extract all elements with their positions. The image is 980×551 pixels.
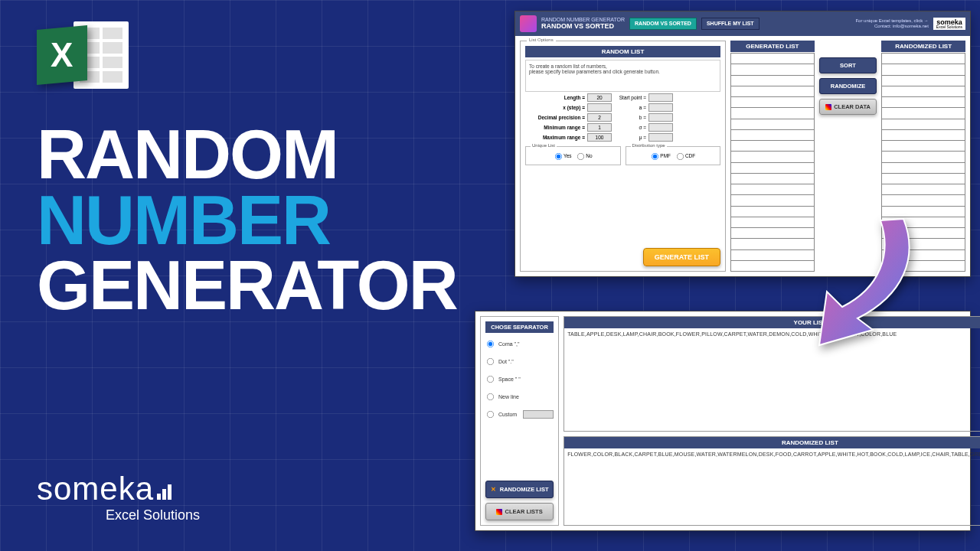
middle-actions: SORT RANDOMIZE CLEAR DATA: [819, 41, 877, 272]
sep-coma[interactable]: Coma ",": [485, 339, 554, 349]
generated-list-rows[interactable]: [730, 53, 815, 272]
generated-list-header: GENERATED LIST: [730, 41, 815, 52]
promo-title: RANDOM NUMBER GENERATOR: [37, 122, 457, 319]
brush-icon: [496, 509, 502, 515]
start-input[interactable]: [648, 93, 673, 102]
random-vs-sorted-app: RANDOM NUMBER GENERATOR RANDOM VS SORTED…: [514, 11, 971, 277]
dice-icon: [520, 15, 537, 32]
list-options-panel: List Options RANDOM LIST To create a ran…: [520, 41, 726, 272]
separator-panel: CHOSE SEPARATOR Coma "," Dot "." Space "…: [480, 316, 559, 526]
someka-logo: someka Excel Solutions: [37, 471, 200, 523]
length-input[interactable]: 20: [587, 93, 612, 102]
sep-space[interactable]: Space " ": [485, 374, 554, 384]
mu-label: μ =: [614, 135, 646, 140]
a-input[interactable]: [648, 103, 673, 112]
b-input[interactable]: [648, 113, 673, 122]
header-big: RANDOM VS SORTED: [541, 23, 625, 31]
your-list-title: YOUR LIST: [564, 317, 980, 328]
brush-icon: [825, 104, 831, 110]
your-list-content[interactable]: TABLE,APPLE,DESK,LAMP,CHAIR,BOOK,FLOWER,…: [564, 328, 980, 390]
unique-yes[interactable]: Yes: [554, 153, 572, 158]
a-label: a =: [614, 105, 646, 110]
header-contact: Contact: info@someka.net: [855, 24, 928, 29]
rand-list-content[interactable]: FLOWER,COLOR,BLACK,CARPET,BLUE,MOUSE,WAT…: [564, 448, 980, 510]
start-label: Start point =: [614, 95, 646, 100]
maxrange-label: Maximum range =: [525, 135, 585, 140]
sep-custom[interactable]: Custom: [485, 409, 554, 419]
bars-icon: [157, 483, 174, 500]
length-label: Length =: [525, 95, 585, 100]
unique-no[interactable]: No: [576, 153, 592, 158]
custom-sep-input[interactable]: [523, 410, 554, 419]
xstep-input[interactable]: [587, 103, 612, 112]
random-list-header: RANDOM LIST: [525, 46, 720, 57]
header-link-text: For unique Excel templates, click →: [855, 18, 928, 24]
unique-list-panel: Unique List Yes No: [525, 146, 621, 165]
description-box: To create a random list of numbers, plea…: [525, 60, 720, 92]
title-line-2: NUMBER: [37, 188, 457, 254]
shuffle-icon: ✕: [491, 486, 496, 493]
xstep-label: x (step) =: [525, 105, 585, 110]
decimal-label: Decimal precision =: [525, 115, 585, 120]
title-line-3: GENERATOR: [37, 253, 457, 319]
clear-lists-button[interactable]: CLEAR LISTS: [485, 503, 554, 520]
sigma-input[interactable]: [648, 123, 673, 132]
nav-shuffle-list[interactable]: SHUFFLE MY LIST: [701, 18, 760, 29]
generate-list-button[interactable]: GENERATE LIST: [643, 248, 720, 266]
randomized-list-rows[interactable]: [881, 53, 965, 272]
randomize-button[interactable]: RANDOMIZE: [819, 78, 877, 94]
dist-cdf[interactable]: CDF: [675, 153, 695, 158]
randomize-list-button[interactable]: ✕ RANDOMIZE LIST: [485, 481, 554, 498]
distribution-panel: Distribution type PMF CDF: [626, 146, 721, 165]
randomized-list-header: RANDOMIZED LIST: [881, 41, 965, 52]
separator-title: CHOSE SEPARATOR: [485, 321, 554, 333]
nav-random-sorted[interactable]: RANDOM VS SORTED: [629, 18, 697, 29]
someka-sub: Excel Solutions: [106, 507, 200, 523]
randomized-list-box: RANDOMIZED LIST FLOWER,COLOR,BLACK,CARPE…: [564, 436, 980, 526]
title-line-1: RANDOM: [37, 122, 457, 188]
your-list-box: YOUR LIST TABLE,APPLE,DESK,LAMP,CHAIR,BO…: [564, 316, 980, 432]
list-options-legend: List Options: [527, 37, 556, 42]
sigma-label: σ =: [614, 125, 646, 130]
excel-x: X: [51, 36, 73, 74]
clear-data-button[interactable]: CLEAR DATA: [819, 99, 877, 115]
mu-input[interactable]: [648, 133, 673, 142]
sep-dot[interactable]: Dot ".": [485, 357, 554, 367]
generated-list-column: GENERATED LIST: [730, 41, 815, 272]
dist-pmf[interactable]: PMF: [650, 153, 671, 158]
shuffle-list-app: CHOSE SEPARATOR Coma "," Dot "." Space "…: [475, 311, 971, 531]
app-header: RANDOM NUMBER GENERATOR RANDOM VS SORTED…: [515, 11, 970, 36]
someka-header-tag[interactable]: someka Excel Solutions: [933, 18, 965, 31]
minrange-label: Minimum range =: [525, 125, 585, 130]
sep-newline[interactable]: New line: [485, 392, 554, 402]
someka-brand: someka: [37, 471, 154, 507]
minrange-input[interactable]: 1: [587, 123, 612, 132]
maxrange-input[interactable]: 100: [587, 133, 612, 142]
b-label: b =: [614, 115, 646, 120]
randomized-list-column: RANDOMIZED LIST: [881, 41, 965, 272]
sort-button[interactable]: SORT: [819, 57, 877, 73]
decimal-input[interactable]: 2: [587, 113, 612, 122]
rand-list-title: RANDOMIZED LIST: [564, 437, 980, 448]
excel-icon: X: [37, 17, 129, 93]
